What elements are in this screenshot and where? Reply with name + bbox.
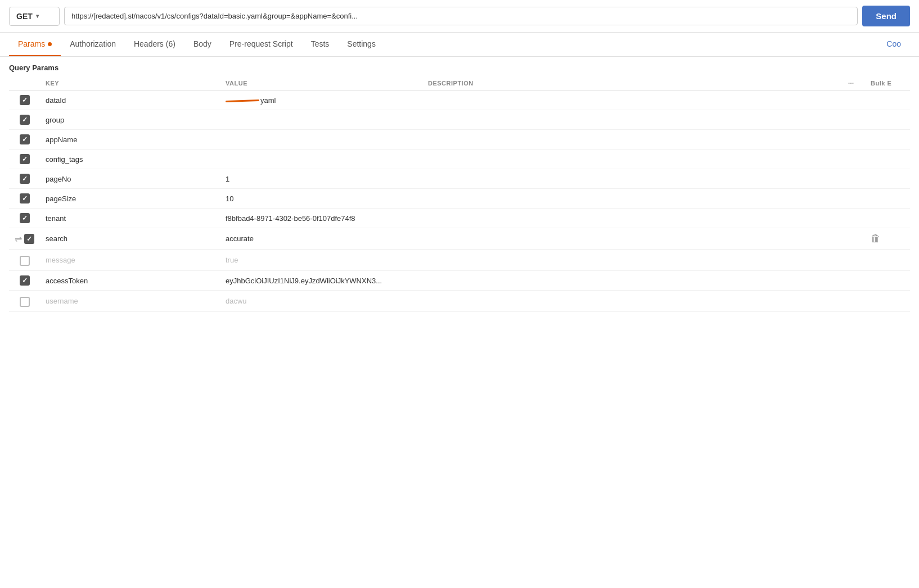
row-checkbox[interactable]: ✓: [20, 134, 30, 144]
tab-params-label: Params: [18, 39, 45, 48]
th-check: [9, 76, 40, 91]
row-checkbox[interactable]: ✓: [20, 174, 30, 184]
row-more-cell: [843, 150, 865, 169]
row-description-cell: [422, 271, 843, 291]
row-checkbox[interactable]: ✓: [20, 154, 30, 164]
checkmark-icon: ✓: [22, 116, 28, 123]
row-value[interactable]: eyJhbGciOiJIUzI1NiJ9.eyJzdWliOiJkYWNXN3.…: [226, 277, 382, 285]
tab-pre-request-script-label: Pre-request Script: [229, 39, 293, 48]
tab-headers[interactable]: Headers (6): [125, 33, 184, 56]
url-input[interactable]: [64, 7, 858, 25]
params-table: KEY VALUE DESCRIPTION ··· Bulk E: [9, 76, 910, 312]
tab-tests-label: Tests: [311, 39, 330, 48]
row-description-cell: [422, 209, 843, 228]
tab-pre-request-script[interactable]: Pre-request Script: [220, 33, 302, 56]
tab-params[interactable]: Params: [9, 33, 61, 56]
table-row: ✓ appName: [9, 130, 910, 150]
row-key-cell: appName: [40, 130, 220, 150]
params-dot-indicator: [48, 42, 52, 46]
row-value[interactable]: 1: [226, 175, 229, 183]
row-description-cell: [422, 189, 843, 209]
row-checkbox-cell: ✓: [9, 130, 40, 150]
row-checkbox-cell: [9, 291, 40, 312]
row-value-cell: eyJhbGciOiJIUzI1NiJ9.eyJzdWliOiJkYWNXN3.…: [220, 271, 422, 291]
row-key-cell: pageNo: [40, 169, 220, 189]
row-key[interactable]: tenant: [46, 214, 66, 223]
row-key[interactable]: message: [46, 256, 75, 264]
tab-headers-label: Headers (6): [134, 39, 175, 48]
row-checkbox[interactable]: [20, 297, 30, 307]
row-key[interactable]: pageSize: [46, 195, 76, 203]
row-key-cell: accessToken: [40, 271, 220, 291]
row-value[interactable]: dacwu: [226, 297, 247, 305]
row-checkbox[interactable]: ✓: [20, 213, 30, 223]
row-checkbox[interactable]: ✓: [20, 115, 30, 125]
row-checkbox-cell: [9, 250, 40, 271]
checkmark-icon: ✓: [22, 195, 28, 202]
row-bulk-cell: [865, 189, 910, 209]
row-checkbox-cell: ✓: [9, 150, 40, 169]
checkmark-icon: ✓: [22, 136, 28, 143]
row-value[interactable]: accurate: [226, 234, 254, 243]
table-row: ✓ pageSize 10: [9, 189, 910, 209]
row-bulk-cell: [865, 250, 910, 271]
row-checkbox-cell: ✓: [9, 189, 40, 209]
row-value[interactable]: yaml: [226, 96, 276, 105]
method-dropdown[interactable]: GET ▾: [9, 7, 60, 26]
more-options-icon[interactable]: ···: [848, 80, 854, 87]
row-value-cell: [220, 150, 422, 169]
tab-settings[interactable]: Settings: [338, 33, 385, 56]
row-value[interactable]: true: [226, 256, 238, 264]
query-params-label: Query Params: [9, 64, 910, 72]
row-description-cell: [422, 150, 843, 169]
row-more-cell: [843, 228, 865, 250]
row-key[interactable]: appName: [46, 135, 77, 144]
table-row: ✓ pageNo 1: [9, 169, 910, 189]
row-more-cell: [843, 291, 865, 312]
row-more-cell: [843, 189, 865, 209]
row-key[interactable]: username: [46, 297, 78, 305]
send-button[interactable]: Send: [862, 6, 910, 26]
th-description: DESCRIPTION: [422, 76, 843, 91]
row-checkbox-cell: ✓: [9, 169, 40, 189]
row-checkbox[interactable]: ✓: [20, 95, 30, 105]
row-checkbox[interactable]: ✓: [24, 234, 34, 244]
row-key-cell: message: [40, 250, 220, 271]
row-value-cell: dacwu: [220, 291, 422, 312]
row-bulk-cell: [865, 209, 910, 228]
tab-authorization[interactable]: Authorization: [61, 33, 125, 56]
row-key-cell: tenant: [40, 209, 220, 228]
delete-row-icon[interactable]: 🗑: [871, 233, 881, 244]
row-key[interactable]: pageNo: [46, 175, 71, 183]
checkmark-icon: ✓: [22, 175, 28, 182]
row-key[interactable]: dataId: [46, 96, 66, 105]
row-value[interactable]: f8bfbad4-8971-4302-be56-0f107dfe74f8: [226, 214, 355, 223]
th-bulk-edit[interactable]: Bulk E: [865, 76, 910, 91]
row-more-cell: [843, 209, 865, 228]
row-more-cell: [843, 169, 865, 189]
row-key[interactable]: search: [46, 234, 67, 243]
row-checkbox-cell: ✓: [9, 110, 40, 130]
tab-tests[interactable]: Tests: [302, 33, 339, 56]
row-checkbox[interactable]: ✓: [20, 193, 30, 203]
th-more: ···: [843, 76, 865, 91]
row-key[interactable]: accessToken: [46, 277, 88, 285]
table-row: ✓ config_tags: [9, 150, 910, 169]
tab-cookies[interactable]: Coo: [877, 33, 910, 56]
row-checkbox[interactable]: ✓: [20, 275, 30, 286]
row-delete-cell: 🗑: [865, 228, 910, 250]
row-value[interactable]: 10: [226, 195, 233, 203]
row-description-cell: [422, 291, 843, 312]
row-key[interactable]: group: [46, 116, 64, 124]
checkmark-icon: ✓: [22, 215, 28, 221]
row-value-cell: f8bfbad4-8971-4302-be56-0f107dfe74f8: [220, 209, 422, 228]
tune-icon[interactable]: ⇌: [15, 233, 22, 244]
table-row: ⇌ ✓ search accurate 🗑: [9, 228, 910, 250]
table-row: ✓ group: [9, 110, 910, 130]
row-key[interactable]: config_tags: [46, 155, 83, 164]
row-bulk-cell: [865, 110, 910, 130]
tab-body[interactable]: Body: [184, 33, 220, 56]
row-bulk-cell: [865, 150, 910, 169]
redacted-line: [226, 99, 259, 102]
row-checkbox[interactable]: [20, 256, 30, 266]
